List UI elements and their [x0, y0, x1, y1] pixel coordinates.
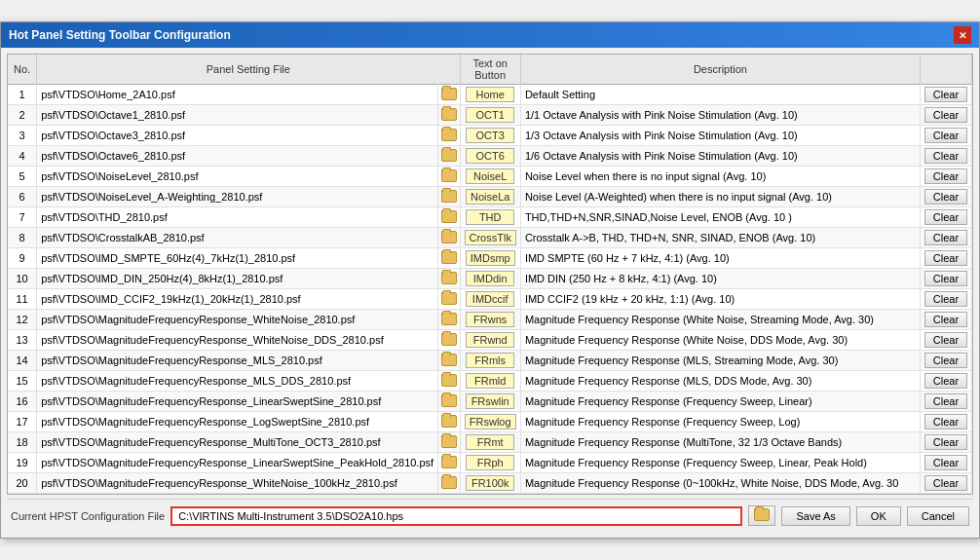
clear-button[interactable]: Clear	[924, 250, 967, 266]
clear-button[interactable]: Clear	[924, 475, 967, 491]
row-folder-icon-cell[interactable]	[438, 187, 460, 207]
row-clear-cell: Clear	[920, 351, 971, 371]
row-file: psf\VTDSO\MagnitudeFrequencyResponse_Mul…	[37, 432, 438, 453]
row-file: psf\VTDSO\NoiseLevel_A-Weighting_2810.ps…	[37, 187, 438, 207]
clear-button[interactable]: Clear	[924, 230, 967, 245]
row-btn-text: Home	[460, 85, 520, 105]
row-folder-icon-cell[interactable]	[438, 412, 460, 432]
row-folder-icon-cell[interactable]	[438, 351, 460, 371]
folder-icon[interactable]	[441, 210, 457, 223]
table-row: 16 psf\VTDSO\MagnitudeFrequencyResponse_…	[8, 392, 972, 412]
row-desc: Magnitude Frequency Response (White Nois…	[520, 330, 920, 351]
row-no: 2	[8, 105, 37, 126]
row-file: psf\VTDSO\MagnitudeFrequencyResponse_Whi…	[37, 473, 438, 494]
folder-icon[interactable]	[441, 272, 457, 284]
clear-button[interactable]: Clear	[924, 168, 967, 184]
clear-button[interactable]: Clear	[924, 148, 967, 164]
folder-icon[interactable]	[441, 129, 457, 141]
folder-icon[interactable]	[441, 333, 457, 346]
table-header-row: No. Panel Setting File Text on Button De…	[8, 55, 972, 85]
row-btn-text: CrossTlk	[460, 228, 520, 248]
folder-icon[interactable]	[441, 435, 457, 448]
clear-button[interactable]: Clear	[924, 373, 967, 389]
row-folder-icon-cell[interactable]	[438, 453, 460, 473]
row-desc: IMD CCIF2 (19 kHz + 20 kHz, 1:1) (Avg. 1…	[520, 289, 920, 310]
row-folder-icon-cell[interactable]	[438, 432, 460, 453]
folder-icon[interactable]	[441, 251, 457, 264]
row-folder-icon-cell[interactable]	[438, 371, 460, 392]
row-file: psf\VTDSO\THD_2810.psf	[37, 207, 438, 228]
row-folder-icon-cell[interactable]	[438, 126, 460, 146]
folder-icon[interactable]	[441, 88, 457, 100]
row-folder-icon-cell[interactable]	[438, 146, 460, 167]
folder-icon[interactable]	[441, 313, 457, 325]
row-clear-cell: Clear	[920, 228, 971, 248]
row-clear-cell: Clear	[920, 289, 971, 310]
clear-button[interactable]: Clear	[924, 312, 967, 327]
folder-icon[interactable]	[441, 149, 457, 162]
folder-icon[interactable]	[441, 456, 457, 468]
clear-button[interactable]: Clear	[924, 87, 967, 102]
clear-button[interactable]: Clear	[924, 271, 967, 286]
folder-icon[interactable]	[441, 231, 457, 243]
clear-button[interactable]: Clear	[924, 128, 967, 143]
clear-button[interactable]: Clear	[924, 107, 967, 123]
row-file: psf\VTDSO\MagnitudeFrequencyResponse_MLS…	[37, 351, 438, 371]
bottom-bar: Current HPST Configuration File Save As …	[7, 499, 973, 532]
row-no: 5	[8, 167, 37, 187]
row-btn-text: IMDsmp	[460, 248, 520, 269]
clear-button[interactable]: Clear	[924, 414, 967, 429]
row-folder-icon-cell[interactable]	[438, 167, 460, 187]
folder-icon[interactable]	[441, 374, 457, 387]
clear-button[interactable]: Clear	[924, 353, 967, 368]
clear-button[interactable]: Clear	[924, 393, 967, 409]
btn-text-value: FRmls	[466, 353, 514, 368]
save-as-button[interactable]: Save As	[781, 506, 849, 526]
row-clear-cell: Clear	[920, 310, 971, 330]
clear-button[interactable]: Clear	[924, 291, 967, 307]
row-folder-icon-cell[interactable]	[438, 269, 460, 289]
row-clear-cell: Clear	[920, 105, 971, 126]
clear-button[interactable]: Clear	[924, 189, 967, 205]
folder-icon[interactable]	[441, 292, 457, 305]
row-folder-icon-cell[interactable]	[438, 85, 460, 105]
row-clear-cell: Clear	[920, 85, 971, 105]
clear-button[interactable]: Clear	[924, 455, 967, 470]
folder-icon[interactable]	[441, 169, 457, 182]
table-row: 18 psf\VTDSO\MagnitudeFrequencyResponse_…	[8, 432, 972, 453]
row-clear-cell: Clear	[920, 187, 971, 207]
folder-icon[interactable]	[441, 190, 457, 203]
folder-icon[interactable]	[441, 415, 457, 428]
cancel-button[interactable]: Cancel	[907, 506, 969, 526]
row-folder-icon-cell[interactable]	[438, 248, 460, 269]
row-no: 19	[8, 453, 37, 473]
table-row: 13 psf\VTDSO\MagnitudeFrequencyResponse_…	[8, 330, 972, 351]
folder-icon[interactable]	[441, 108, 457, 121]
folder-icon[interactable]	[441, 394, 457, 407]
close-button[interactable]: ✕	[954, 26, 971, 44]
clear-button[interactable]: Clear	[924, 332, 967, 348]
row-folder-icon-cell[interactable]	[438, 392, 460, 412]
row-folder-icon-cell[interactable]	[438, 473, 460, 494]
row-folder-icon-cell[interactable]	[438, 105, 460, 126]
row-btn-text: OCT1	[460, 105, 520, 126]
config-file-input[interactable]	[170, 506, 742, 526]
clear-button[interactable]: Clear	[924, 434, 967, 450]
browse-button[interactable]	[748, 505, 775, 526]
row-folder-icon-cell[interactable]	[438, 289, 460, 310]
row-btn-text: THD	[460, 207, 520, 228]
row-desc: Magnitude Frequency Response (0~100kHz, …	[520, 473, 920, 494]
ok-button[interactable]: OK	[856, 506, 901, 526]
row-folder-icon-cell[interactable]	[438, 207, 460, 228]
clear-button[interactable]: Clear	[924, 209, 967, 225]
folder-icon[interactable]	[441, 476, 457, 489]
row-folder-icon-cell[interactable]	[438, 330, 460, 351]
btn-text-value: FRswlin	[466, 393, 514, 409]
row-folder-icon-cell[interactable]	[438, 310, 460, 330]
row-clear-cell: Clear	[920, 269, 971, 289]
table-row: 8 psf\VTDSO\CrosstalkAB_2810.psf CrossTl…	[8, 228, 972, 248]
row-folder-icon-cell[interactable]	[438, 228, 460, 248]
header-file: Panel Setting File	[37, 55, 460, 85]
row-desc: Magnitude Frequency Response (Frequency …	[520, 392, 920, 412]
folder-icon[interactable]	[441, 354, 457, 366]
